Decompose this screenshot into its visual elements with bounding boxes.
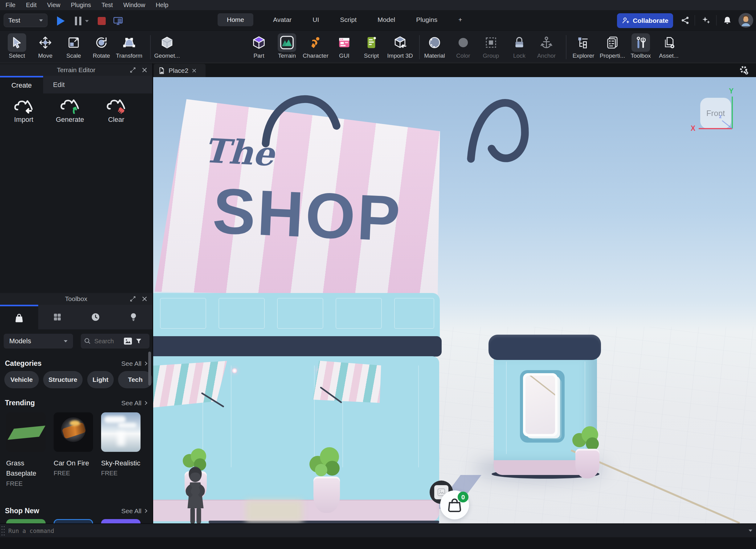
tool-move[interactable]: Move <box>31 33 59 59</box>
close-icon[interactable] <box>141 296 148 302</box>
tool-select[interactable]: Select <box>3 33 31 59</box>
shop-sign-bag: The SHOP <box>153 97 443 298</box>
left-dock: Terrain Editor Create Edit Import Genera… <box>0 63 153 523</box>
drag-handle-icon[interactable] <box>1 525 5 536</box>
tab-avatar[interactable]: Avatar <box>272 13 293 26</box>
modify-material[interactable]: Material <box>421 33 448 59</box>
trending-title: Trending <box>5 399 35 407</box>
view-properties[interactable]: Properti... <box>598 33 627 59</box>
search-icon <box>84 338 91 345</box>
view-toolbox[interactable]: Toolbox <box>627 33 655 59</box>
category-pill-light[interactable]: Light <box>87 371 114 388</box>
asset-card-sky-realistic[interactable] <box>101 412 141 452</box>
tab-plugins[interactable]: Plugins <box>415 13 439 26</box>
menu-test[interactable]: Test <box>101 2 113 9</box>
menu-edit[interactable]: Edit <box>26 2 36 9</box>
tab-script[interactable]: Script <box>339 13 358 26</box>
terrain-clear-icon <box>106 97 126 114</box>
trending-see-all[interactable]: See All <box>121 400 147 407</box>
stop-button[interactable] <box>98 17 106 25</box>
terrain-generate-button[interactable]: Generate <box>53 97 87 124</box>
shop-new-see-all[interactable]: See All <box>121 507 147 515</box>
category-pill-vehicle[interactable]: Vehicle <box>4 371 39 388</box>
terrain-clear-button[interactable]: Clear <box>99 97 133 124</box>
asset-card-partial[interactable] <box>6 519 46 523</box>
plant-pot <box>575 449 599 478</box>
view-asset-manager[interactable]: Asset... <box>654 33 684 59</box>
tool-rotate[interactable]: Rotate <box>88 33 115 59</box>
menu-help[interactable]: Help <box>156 2 168 9</box>
tab-add[interactable]: + <box>457 13 463 26</box>
insert-gui[interactable]: GUI <box>330 33 358 59</box>
user-avatar[interactable] <box>738 13 753 28</box>
divider <box>419 35 420 59</box>
assistant-sparkles-icon[interactable] <box>701 16 711 25</box>
modify-lock[interactable]: Lock <box>505 33 533 59</box>
command-bar-chevron-icon[interactable] <box>749 530 752 532</box>
tool-scale[interactable]: Scale <box>60 33 88 59</box>
dock-icon[interactable] <box>129 67 136 73</box>
category-pill-structure[interactable]: Structure <box>43 371 83 388</box>
menu-view[interactable]: View <box>47 2 60 9</box>
toolbox-scrollbar[interactable] <box>148 352 151 386</box>
terrain-editor-tabs: Create Edit <box>0 76 152 93</box>
menu-file[interactable]: File <box>6 2 15 9</box>
play-button[interactable] <box>57 16 65 26</box>
close-icon[interactable] <box>191 68 197 73</box>
tool-geometry[interactable]: Geomet... <box>152 33 182 59</box>
asset-card-partial[interactable] <box>101 519 141 523</box>
tool-transform[interactable]: Transform <box>115 33 143 59</box>
toolbox-search-box[interactable] <box>81 334 149 349</box>
insert-part[interactable]: Part <box>245 33 273 59</box>
asset-card-partial[interactable] <box>54 519 93 523</box>
view-explorer[interactable]: Explorer <box>569 33 598 59</box>
place-tab[interactable]: Place2 <box>154 64 206 77</box>
menu-window[interactable]: Window <box>123 2 145 9</box>
pause-options-chevron-icon[interactable] <box>85 20 89 22</box>
device-emulation-icon[interactable] <box>112 16 124 27</box>
toolbox-category-select[interactable]: Models <box>4 334 73 349</box>
modify-group[interactable]: Group <box>477 33 505 59</box>
categories-header: Categories See All <box>5 359 147 368</box>
playtest-mode-select[interactable]: Test <box>4 14 47 27</box>
terrain-import-button[interactable]: Import <box>7 97 41 124</box>
notifications-bell-icon[interactable] <box>722 16 732 25</box>
search-input[interactable] <box>94 338 121 345</box>
asset-card-grass-baseplate[interactable] <box>6 412 46 452</box>
close-icon[interactable] <box>141 67 148 73</box>
share-icon[interactable] <box>680 16 690 25</box>
tab-ui[interactable]: UI <box>311 13 320 26</box>
command-input[interactable] <box>5 527 749 535</box>
insert-terrain[interactable]: Terrain <box>273 33 301 59</box>
viewport-settings-gear-icon[interactable] <box>739 65 749 77</box>
insert-import3d[interactable]: Import 3D <box>385 33 415 59</box>
insert-script[interactable]: Script <box>358 33 385 59</box>
viewport-3d[interactable]: The SHOP <box>153 77 756 523</box>
view-cube[interactable]: Front <box>700 98 731 129</box>
tab-model[interactable]: Model <box>376 13 396 26</box>
toolbox-tab-marketplace[interactable] <box>0 305 38 330</box>
categories-see-all[interactable]: See All <box>121 360 147 367</box>
category-pill-tech[interactable]: Tech <box>118 371 153 388</box>
asset-card-car-on-fire[interactable] <box>54 412 93 452</box>
toolbox-tab-recent[interactable] <box>76 305 115 330</box>
storefront-bottom-edge <box>209 521 439 523</box>
kiosk-roof <box>488 335 601 360</box>
gui-icon <box>337 36 351 49</box>
toolbox-tab-inventory[interactable] <box>38 305 76 330</box>
dock-icon[interactable] <box>129 296 136 302</box>
terrain-tab-create[interactable]: Create <box>0 76 43 93</box>
tab-home[interactable]: Home <box>218 13 253 26</box>
modify-anchor[interactable]: Anchor <box>533 33 560 59</box>
color-circle-icon <box>456 36 470 49</box>
modify-color[interactable]: Color <box>449 33 477 59</box>
insert-character[interactable]: Character <box>301 33 330 59</box>
terrain-tab-edit[interactable]: Edit <box>53 76 65 93</box>
transform-icon <box>122 36 136 49</box>
toolbox-tab-creations[interactable] <box>115 305 152 330</box>
collaborate-button[interactable]: Collaborate <box>617 13 673 28</box>
pause-button[interactable] <box>75 17 82 25</box>
menu-plugins[interactable]: Plugins <box>71 2 91 9</box>
image-search-icon[interactable] <box>123 337 133 345</box>
filter-icon[interactable] <box>135 338 142 345</box>
